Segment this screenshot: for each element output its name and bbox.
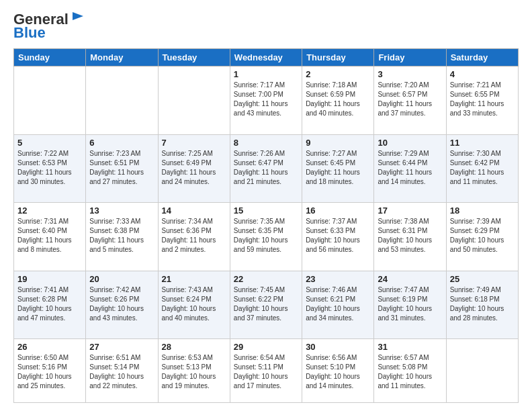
day-info: Sunrise: 7:33 AM Sunset: 6:38 PM Dayligh… [89, 217, 154, 255]
day-cell [86, 66, 158, 135]
day-cell: 14Sunrise: 7:34 AM Sunset: 6:36 PM Dayli… [158, 203, 230, 271]
day-number: 7 [162, 138, 226, 148]
weekday-header-saturday: Saturday [446, 49, 518, 66]
day-info: Sunrise: 7:43 AM Sunset: 6:24 PM Dayligh… [162, 285, 226, 323]
day-info: Sunrise: 7:27 AM Sunset: 6:45 PM Dayligh… [306, 149, 370, 187]
day-cell: 9Sunrise: 7:27 AM Sunset: 6:45 PM Daylig… [302, 134, 374, 203]
day-info: Sunrise: 7:20 AM Sunset: 6:57 PM Dayligh… [378, 81, 442, 118]
day-number: 20 [89, 274, 154, 284]
day-number: 21 [162, 274, 226, 284]
day-cell: 27Sunrise: 6:51 AM Sunset: 5:14 PM Dayli… [86, 339, 158, 403]
day-cell: 1Sunrise: 7:17 AM Sunset: 7:00 PM Daylig… [230, 66, 302, 135]
day-info: Sunrise: 7:47 AM Sunset: 6:19 PM Dayligh… [378, 285, 442, 323]
day-number: 31 [378, 342, 442, 352]
day-info: Sunrise: 6:53 AM Sunset: 5:13 PM Dayligh… [162, 353, 226, 391]
weekday-header-friday: Friday [374, 49, 446, 66]
day-number: 17 [378, 205, 442, 216]
day-cell: 26Sunrise: 6:50 AM Sunset: 5:16 PM Dayli… [14, 339, 86, 403]
day-number: 18 [450, 205, 515, 216]
day-number: 29 [234, 342, 298, 352]
day-info: Sunrise: 7:49 AM Sunset: 6:18 PM Dayligh… [450, 285, 515, 323]
day-number: 27 [89, 342, 154, 352]
day-number: 26 [17, 342, 82, 352]
day-number: 11 [450, 138, 515, 148]
day-number: 22 [234, 274, 298, 284]
logo-flag-icon [70, 11, 85, 26]
day-cell: 31Sunrise: 6:57 AM Sunset: 5:08 PM Dayli… [374, 339, 446, 403]
day-info: Sunrise: 7:39 AM Sunset: 6:29 PM Dayligh… [450, 217, 515, 255]
svg-marker-0 [73, 12, 83, 20]
day-info: Sunrise: 7:26 AM Sunset: 6:47 PM Dayligh… [234, 149, 298, 187]
logo-blue-text: Blue [13, 24, 46, 42]
day-cell: 29Sunrise: 6:54 AM Sunset: 5:11 PM Dayli… [230, 339, 302, 403]
weekday-header-thursday: Thursday [302, 49, 374, 66]
day-info: Sunrise: 7:35 AM Sunset: 6:35 PM Dayligh… [234, 217, 298, 255]
day-info: Sunrise: 7:21 AM Sunset: 6:55 PM Dayligh… [450, 81, 515, 118]
day-number: 14 [162, 205, 226, 216]
day-cell: 20Sunrise: 7:42 AM Sunset: 6:26 PM Dayli… [86, 271, 158, 339]
day-number: 25 [450, 274, 515, 284]
day-cell: 8Sunrise: 7:26 AM Sunset: 6:47 PM Daylig… [230, 134, 302, 203]
day-cell: 10Sunrise: 7:29 AM Sunset: 6:44 PM Dayli… [374, 134, 446, 203]
week-row-5: 26Sunrise: 6:50 AM Sunset: 5:16 PM Dayli… [14, 339, 519, 403]
day-cell: 16Sunrise: 7:37 AM Sunset: 6:33 PM Dayli… [302, 203, 374, 271]
day-info: Sunrise: 7:41 AM Sunset: 6:28 PM Dayligh… [17, 285, 82, 323]
day-info: Sunrise: 7:38 AM Sunset: 6:31 PM Dayligh… [378, 217, 442, 255]
day-cell: 23Sunrise: 7:46 AM Sunset: 6:21 PM Dayli… [302, 271, 374, 339]
day-number: 19 [17, 274, 82, 284]
day-info: Sunrise: 7:42 AM Sunset: 6:26 PM Dayligh… [89, 285, 154, 323]
day-info: Sunrise: 7:37 AM Sunset: 6:33 PM Dayligh… [306, 217, 370, 255]
day-info: Sunrise: 6:50 AM Sunset: 5:16 PM Dayligh… [17, 353, 82, 391]
day-cell: 30Sunrise: 6:56 AM Sunset: 5:10 PM Dayli… [302, 339, 374, 403]
day-number: 10 [378, 138, 442, 148]
day-info: Sunrise: 7:29 AM Sunset: 6:44 PM Dayligh… [378, 149, 442, 187]
day-cell: 5Sunrise: 7:22 AM Sunset: 6:53 PM Daylig… [14, 134, 86, 203]
day-cell: 24Sunrise: 7:47 AM Sunset: 6:19 PM Dayli… [374, 271, 446, 339]
day-cell: 13Sunrise: 7:33 AM Sunset: 6:38 PM Dayli… [86, 203, 158, 271]
day-info: Sunrise: 7:46 AM Sunset: 6:21 PM Dayligh… [306, 285, 370, 323]
day-cell: 4Sunrise: 7:21 AM Sunset: 6:55 PM Daylig… [446, 66, 518, 135]
day-info: Sunrise: 7:30 AM Sunset: 6:42 PM Dayligh… [450, 149, 515, 187]
week-row-1: 1Sunrise: 7:17 AM Sunset: 7:00 PM Daylig… [14, 66, 519, 135]
day-number: 3 [378, 69, 442, 79]
day-info: Sunrise: 7:31 AM Sunset: 6:40 PM Dayligh… [17, 217, 82, 255]
week-row-2: 5Sunrise: 7:22 AM Sunset: 6:53 PM Daylig… [14, 134, 519, 203]
day-number: 24 [378, 274, 442, 284]
day-number: 5 [17, 138, 82, 148]
day-number: 13 [89, 205, 154, 216]
day-info: Sunrise: 7:18 AM Sunset: 6:59 PM Dayligh… [306, 81, 370, 118]
day-cell: 19Sunrise: 7:41 AM Sunset: 6:28 PM Dayli… [14, 271, 86, 339]
day-number: 9 [306, 138, 370, 148]
day-number: 16 [306, 205, 370, 216]
day-cell: 17Sunrise: 7:38 AM Sunset: 6:31 PM Dayli… [374, 203, 446, 271]
day-cell: 6Sunrise: 7:23 AM Sunset: 6:51 PM Daylig… [86, 134, 158, 203]
day-number: 2 [306, 69, 370, 79]
weekday-header-tuesday: Tuesday [158, 49, 230, 66]
day-cell: 18Sunrise: 7:39 AM Sunset: 6:29 PM Dayli… [446, 203, 518, 271]
day-info: Sunrise: 7:25 AM Sunset: 6:49 PM Dayligh… [162, 149, 226, 187]
day-info: Sunrise: 7:22 AM Sunset: 6:53 PM Dayligh… [17, 149, 82, 187]
day-number: 28 [162, 342, 226, 352]
day-info: Sunrise: 6:51 AM Sunset: 5:14 PM Dayligh… [89, 353, 154, 391]
day-number: 30 [306, 342, 370, 352]
day-info: Sunrise: 7:17 AM Sunset: 7:00 PM Dayligh… [234, 81, 298, 118]
day-info: Sunrise: 6:54 AM Sunset: 5:11 PM Dayligh… [234, 353, 298, 391]
week-row-3: 12Sunrise: 7:31 AM Sunset: 6:40 PM Dayli… [14, 203, 519, 271]
day-number: 15 [234, 205, 298, 216]
day-info: Sunrise: 7:34 AM Sunset: 6:36 PM Dayligh… [162, 217, 226, 255]
day-cell: 2Sunrise: 7:18 AM Sunset: 6:59 PM Daylig… [302, 66, 374, 135]
day-number: 8 [234, 138, 298, 148]
day-number: 6 [89, 138, 154, 148]
day-cell: 15Sunrise: 7:35 AM Sunset: 6:35 PM Dayli… [230, 203, 302, 271]
day-info: Sunrise: 6:57 AM Sunset: 5:08 PM Dayligh… [378, 353, 442, 391]
day-cell: 11Sunrise: 7:30 AM Sunset: 6:42 PM Dayli… [446, 134, 518, 203]
page: General Blue SundayMondayTuesdayWednesda… [0, 0, 532, 411]
day-cell: 22Sunrise: 7:45 AM Sunset: 6:22 PM Dayli… [230, 271, 302, 339]
weekday-header-row: SundayMondayTuesdayWednesdayThursdayFrid… [14, 49, 519, 66]
day-info: Sunrise: 6:56 AM Sunset: 5:10 PM Dayligh… [306, 353, 370, 391]
day-cell: 12Sunrise: 7:31 AM Sunset: 6:40 PM Dayli… [14, 203, 86, 271]
calendar-table: SundayMondayTuesdayWednesdayThursdayFrid… [13, 48, 519, 403]
day-cell: 21Sunrise: 7:43 AM Sunset: 6:24 PM Dayli… [158, 271, 230, 339]
day-cell: 3Sunrise: 7:20 AM Sunset: 6:57 PM Daylig… [374, 66, 446, 135]
logo: General Blue [13, 11, 85, 42]
